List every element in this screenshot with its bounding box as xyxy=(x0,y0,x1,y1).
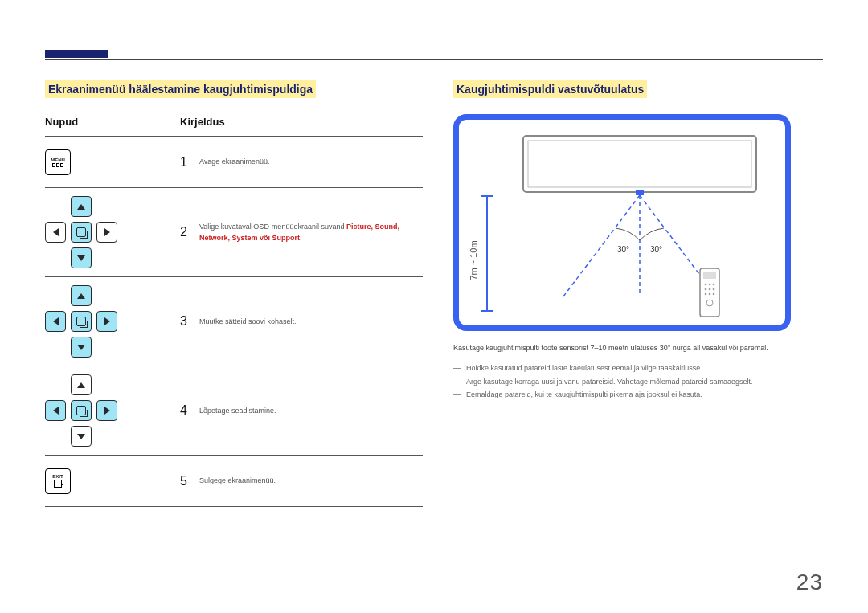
exit-door-icon xyxy=(54,480,62,488)
desc-text: Valige kuvataval OSD-menüüekraanil suvan… xyxy=(199,223,346,231)
content-columns: Ekraanimenüü häälestamine kaugjuhtimispu… xyxy=(45,80,823,507)
cell-icon xyxy=(45,374,180,447)
reception-range-diagram: 7m ~ 10m 30° 30° xyxy=(453,114,791,331)
desc-text: . xyxy=(300,234,302,242)
table-header: Nupud Kirjeldus xyxy=(45,109,423,137)
diagram-svg: 7m ~ 10m 30° 30° xyxy=(459,120,785,325)
table-row: EXIT 5 Sulgege ekraanimenüü. xyxy=(45,456,423,507)
step-number: 1 xyxy=(180,155,199,170)
svg-rect-10 xyxy=(703,272,716,279)
step-desc: Muutke sätteid soovi kohaselt. xyxy=(199,316,423,327)
th-buttons: Nupud xyxy=(45,116,180,128)
step-desc: Avage ekraanimenüü. xyxy=(199,156,423,167)
svg-rect-0 xyxy=(523,136,756,192)
svg-point-19 xyxy=(713,293,715,296)
svg-point-13 xyxy=(713,284,715,286)
list-item: Eemaldage patareid, kui te kaugjuhtimisp… xyxy=(453,388,823,401)
svg-point-16 xyxy=(713,288,715,291)
notes-list: Hoidke kasutatud patareid laste käeulatu… xyxy=(453,362,823,401)
desc-text: Muutke sätteid soovi kohaselt. xyxy=(199,317,297,325)
menu-label: MENU xyxy=(51,157,65,162)
menu-bars-icon xyxy=(52,163,63,167)
cell-icon xyxy=(45,196,180,268)
step-number: 3 xyxy=(180,314,199,329)
svg-point-14 xyxy=(705,288,707,291)
cell-icon xyxy=(45,285,180,358)
step-desc: Sulgege ekraanimenüü. xyxy=(199,475,423,486)
step-desc: Lõpetage seadistamine. xyxy=(199,405,423,416)
desc-text: Avage ekraanimenüü. xyxy=(199,157,269,166)
list-item: Ärge kasutage korraga uusi ja vanu patar… xyxy=(453,375,823,388)
cell-icon: EXIT xyxy=(45,468,180,494)
desc-text: Lõpetage seadistamine. xyxy=(199,407,276,415)
svg-point-18 xyxy=(709,293,711,296)
distance-label: 7m ~ 10m xyxy=(469,240,478,280)
table-row: 3 Muutke sätteid soovi kohaselt. xyxy=(45,277,423,366)
menu-button-icon: MENU xyxy=(45,149,71,175)
step-number: 4 xyxy=(180,403,199,418)
svg-rect-2 xyxy=(636,190,644,195)
dpad-up-down-icon xyxy=(45,196,117,268)
exit-label: EXIT xyxy=(52,474,63,479)
svg-point-12 xyxy=(709,284,711,286)
step-desc: Valige kuvataval OSD-menüüekraanil suvan… xyxy=(199,221,423,244)
dpad-left-right-icon xyxy=(45,374,117,447)
svg-point-15 xyxy=(709,288,711,291)
left-column: Ekraanimenüü häälestamine kaugjuhtimispu… xyxy=(45,80,423,507)
diagram-caption: Kasutage kaugjuhtimispulti toote sensori… xyxy=(453,342,823,353)
svg-point-11 xyxy=(705,284,707,286)
angle-right-label: 30° xyxy=(650,245,662,254)
th-description: Kirjeldus xyxy=(180,116,423,128)
exit-button-icon: EXIT xyxy=(45,468,71,494)
header-rule xyxy=(45,59,823,60)
right-column: Kaugjuhtimispuldi vastuvõtuulatus 7m ~ 1… xyxy=(453,80,823,507)
dpad-all-icon xyxy=(45,285,117,358)
table-row: 4 Lõpetage seadistamine. xyxy=(45,366,423,456)
angle-left-label: 30° xyxy=(617,245,629,254)
desc-text: Sulgege ekraanimenüü. xyxy=(199,476,276,484)
svg-point-17 xyxy=(705,293,707,296)
section-heading-left: Ekraanimenüü häälestamine kaugjuhtimispu… xyxy=(45,80,316,98)
list-item: Hoidke kasutatud patareid laste käeulatu… xyxy=(453,362,823,374)
header-accent-bar xyxy=(45,50,108,58)
cell-icon: MENU xyxy=(45,149,180,175)
table-row: 2 Valige kuvataval OSD-menüüekraanil suv… xyxy=(45,188,423,277)
step-number: 2 xyxy=(180,225,199,239)
page-number: 23 xyxy=(796,570,823,595)
section-heading-right: Kaugjuhtimispuldi vastuvõtuulatus xyxy=(453,80,647,98)
table-row: MENU 1 Avage ekraanimenüü. xyxy=(45,137,423,188)
step-number: 5 xyxy=(180,474,199,488)
